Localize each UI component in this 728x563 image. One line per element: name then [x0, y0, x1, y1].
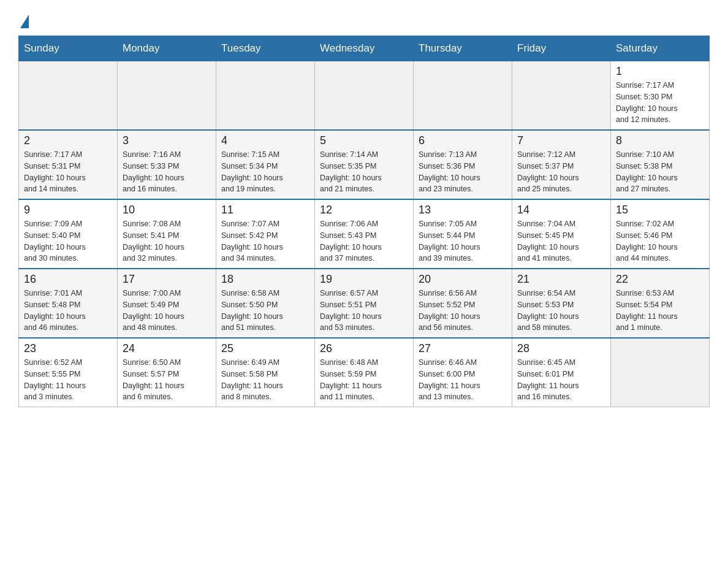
weekday-header-saturday: Saturday — [611, 36, 710, 61]
calendar-cell — [118, 61, 216, 131]
day-info: Sunrise: 6:48 AM Sunset: 5:59 PM Dayligh… — [320, 357, 408, 403]
weekday-header-row: SundayMondayTuesdayWednesdayThursdayFrid… — [19, 36, 710, 61]
calendar-cell: 14Sunrise: 7:04 AM Sunset: 5:45 PM Dayli… — [512, 199, 611, 269]
calendar-cell: 1Sunrise: 7:17 AM Sunset: 5:30 PM Daylig… — [611, 61, 710, 131]
weekday-header-tuesday: Tuesday — [216, 36, 315, 61]
calendar-cell: 25Sunrise: 6:49 AM Sunset: 5:58 PM Dayli… — [216, 338, 315, 407]
calendar-cell — [414, 61, 512, 131]
calendar-cell: 26Sunrise: 6:48 AM Sunset: 5:59 PM Dayli… — [315, 338, 414, 407]
day-info: Sunrise: 6:50 AM Sunset: 5:57 PM Dayligh… — [123, 357, 211, 403]
day-info: Sunrise: 6:45 AM Sunset: 6:01 PM Dayligh… — [517, 357, 605, 403]
day-info: Sunrise: 7:14 AM Sunset: 5:35 PM Dayligh… — [320, 149, 408, 195]
calendar-cell — [611, 338, 710, 407]
calendar-week-row: 1Sunrise: 7:17 AM Sunset: 5:30 PM Daylig… — [19, 61, 710, 131]
day-info: Sunrise: 7:04 AM Sunset: 5:45 PM Dayligh… — [517, 218, 605, 264]
weekday-header-monday: Monday — [118, 36, 216, 61]
calendar-week-row: 2Sunrise: 7:17 AM Sunset: 5:31 PM Daylig… — [19, 130, 710, 199]
day-info: Sunrise: 7:12 AM Sunset: 5:37 PM Dayligh… — [517, 149, 605, 195]
day-info: Sunrise: 7:15 AM Sunset: 5:34 PM Dayligh… — [221, 149, 309, 195]
day-number: 11 — [221, 204, 309, 216]
day-info: Sunrise: 7:05 AM Sunset: 5:44 PM Dayligh… — [419, 218, 507, 264]
day-number: 7 — [517, 134, 605, 147]
calendar-cell: 9Sunrise: 7:09 AM Sunset: 5:40 PM Daylig… — [19, 199, 118, 269]
calendar-cell: 20Sunrise: 6:56 AM Sunset: 5:52 PM Dayli… — [414, 269, 512, 338]
calendar-cell: 27Sunrise: 6:46 AM Sunset: 6:00 PM Dayli… — [414, 338, 512, 407]
calendar-cell: 12Sunrise: 7:06 AM Sunset: 5:43 PM Dayli… — [315, 199, 414, 269]
weekday-header-friday: Friday — [512, 36, 611, 61]
day-info: Sunrise: 6:58 AM Sunset: 5:50 PM Dayligh… — [221, 288, 309, 334]
calendar-week-row: 23Sunrise: 6:52 AM Sunset: 5:55 PM Dayli… — [19, 338, 710, 407]
day-info: Sunrise: 7:16 AM Sunset: 5:33 PM Dayligh… — [123, 149, 211, 195]
day-number: 5 — [320, 134, 408, 147]
weekday-header-sunday: Sunday — [19, 36, 118, 61]
day-number: 24 — [123, 342, 211, 355]
day-number: 14 — [517, 204, 605, 216]
weekday-header-thursday: Thursday — [414, 36, 512, 61]
calendar-cell — [19, 61, 118, 131]
day-info: Sunrise: 6:46 AM Sunset: 6:00 PM Dayligh… — [419, 357, 507, 403]
day-number: 9 — [24, 204, 112, 216]
day-info: Sunrise: 7:10 AM Sunset: 5:38 PM Dayligh… — [616, 149, 704, 195]
day-number: 13 — [419, 204, 507, 216]
calendar-cell: 3Sunrise: 7:16 AM Sunset: 5:33 PM Daylig… — [118, 130, 216, 199]
calendar-cell: 6Sunrise: 7:13 AM Sunset: 5:36 PM Daylig… — [414, 130, 512, 199]
day-number: 22 — [616, 273, 704, 286]
day-number: 6 — [419, 134, 507, 147]
day-number: 8 — [616, 134, 704, 147]
day-number: 27 — [419, 342, 507, 355]
calendar-table: SundayMondayTuesdayWednesdayThursdayFrid… — [18, 36, 710, 407]
day-number: 28 — [517, 342, 605, 355]
calendar-cell: 24Sunrise: 6:50 AM Sunset: 5:57 PM Dayli… — [118, 338, 216, 407]
day-number: 2 — [24, 134, 112, 147]
day-number: 26 — [320, 342, 408, 355]
day-info: Sunrise: 6:49 AM Sunset: 5:58 PM Dayligh… — [221, 357, 309, 403]
calendar-cell: 18Sunrise: 6:58 AM Sunset: 5:50 PM Dayli… — [216, 269, 315, 338]
day-info: Sunrise: 7:13 AM Sunset: 5:36 PM Dayligh… — [419, 149, 507, 195]
day-info: Sunrise: 7:17 AM Sunset: 5:31 PM Dayligh… — [24, 149, 112, 195]
day-number: 25 — [221, 342, 309, 355]
day-number: 19 — [320, 273, 408, 286]
calendar-cell: 23Sunrise: 6:52 AM Sunset: 5:55 PM Dayli… — [19, 338, 118, 407]
day-number: 12 — [320, 204, 408, 216]
day-number: 20 — [419, 273, 507, 286]
calendar-cell: 4Sunrise: 7:15 AM Sunset: 5:34 PM Daylig… — [216, 130, 315, 199]
calendar-cell: 21Sunrise: 6:54 AM Sunset: 5:53 PM Dayli… — [512, 269, 611, 338]
page-header — [18, 12, 710, 26]
day-info: Sunrise: 7:08 AM Sunset: 5:41 PM Dayligh… — [123, 218, 211, 264]
calendar-cell: 19Sunrise: 6:57 AM Sunset: 5:51 PM Dayli… — [315, 269, 414, 338]
day-number: 15 — [616, 204, 704, 216]
calendar-cell: 11Sunrise: 7:07 AM Sunset: 5:42 PM Dayli… — [216, 199, 315, 269]
day-info: Sunrise: 6:52 AM Sunset: 5:55 PM Dayligh… — [24, 357, 112, 403]
calendar-cell: 15Sunrise: 7:02 AM Sunset: 5:46 PM Dayli… — [611, 199, 710, 269]
calendar-week-row: 16Sunrise: 7:01 AM Sunset: 5:48 PM Dayli… — [19, 269, 710, 338]
calendar-cell: 10Sunrise: 7:08 AM Sunset: 5:41 PM Dayli… — [118, 199, 216, 269]
day-number: 10 — [123, 204, 211, 216]
calendar-cell: 22Sunrise: 6:53 AM Sunset: 5:54 PM Dayli… — [611, 269, 710, 338]
day-number: 16 — [24, 273, 112, 286]
day-info: Sunrise: 7:02 AM Sunset: 5:46 PM Dayligh… — [616, 218, 704, 264]
calendar-week-row: 9Sunrise: 7:09 AM Sunset: 5:40 PM Daylig… — [19, 199, 710, 269]
day-number: 18 — [221, 273, 309, 286]
calendar-cell — [512, 61, 611, 131]
day-number: 23 — [24, 342, 112, 355]
day-number: 4 — [221, 134, 309, 147]
day-number: 21 — [517, 273, 605, 286]
day-info: Sunrise: 6:53 AM Sunset: 5:54 PM Dayligh… — [616, 288, 704, 334]
calendar-cell — [315, 61, 414, 131]
calendar-cell: 5Sunrise: 7:14 AM Sunset: 5:35 PM Daylig… — [315, 130, 414, 199]
day-info: Sunrise: 6:56 AM Sunset: 5:52 PM Dayligh… — [419, 288, 507, 334]
logo — [18, 12, 29, 26]
calendar-cell: 13Sunrise: 7:05 AM Sunset: 5:44 PM Dayli… — [414, 199, 512, 269]
day-info: Sunrise: 7:00 AM Sunset: 5:49 PM Dayligh… — [123, 288, 211, 334]
day-info: Sunrise: 7:06 AM Sunset: 5:43 PM Dayligh… — [320, 218, 408, 264]
calendar-cell: 8Sunrise: 7:10 AM Sunset: 5:38 PM Daylig… — [611, 130, 710, 199]
day-info: Sunrise: 7:17 AM Sunset: 5:30 PM Dayligh… — [616, 80, 704, 126]
day-info: Sunrise: 7:09 AM Sunset: 5:40 PM Dayligh… — [24, 218, 112, 264]
calendar-cell: 28Sunrise: 6:45 AM Sunset: 6:01 PM Dayli… — [512, 338, 611, 407]
calendar-cell — [216, 61, 315, 131]
day-info: Sunrise: 7:01 AM Sunset: 5:48 PM Dayligh… — [24, 288, 112, 334]
day-number: 3 — [123, 134, 211, 147]
calendar-cell: 17Sunrise: 7:00 AM Sunset: 5:49 PM Dayli… — [118, 269, 216, 338]
day-number: 17 — [123, 273, 211, 286]
day-info: Sunrise: 7:07 AM Sunset: 5:42 PM Dayligh… — [221, 218, 309, 264]
